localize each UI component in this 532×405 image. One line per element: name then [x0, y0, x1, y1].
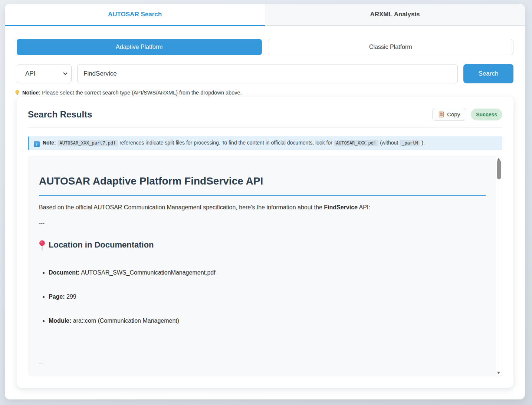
- tab-arxml-analysis[interactable]: ARXML Analysis: [265, 4, 525, 26]
- documentation-list: Document: AUTOSAR_SWS_CommunicationManag…: [39, 268, 486, 325]
- classic-platform-button[interactable]: Classic Platform: [268, 39, 514, 55]
- list-item-module: Module: ara::com (Communication Manageme…: [49, 316, 486, 325]
- chevron-down-icon: [63, 72, 68, 75]
- list-item-document: Document: AUTOSAR_SWS_CommunicationManag…: [49, 268, 486, 277]
- copy-button[interactable]: Copy: [432, 108, 466, 121]
- pushpin-icon: [39, 240, 45, 250]
- search-type-select[interactable]: API: [17, 64, 72, 83]
- clipboard-icon: [439, 111, 444, 117]
- list-item-page: Page: 299: [49, 292, 486, 301]
- status-badge: Success: [471, 109, 502, 120]
- section-heading: Location in Documentation: [39, 240, 486, 250]
- info-icon: i: [34, 141, 40, 147]
- tab-bar: AUTOSAR Search ARXML Analysis: [5, 4, 525, 26]
- result-intro: Based on the official AUTOSAR Communicat…: [39, 202, 486, 213]
- search-type-value: API: [25, 70, 35, 77]
- search-input[interactable]: [77, 64, 458, 83]
- result-heading: AUTOSAR Adaptive Platform FindService AP…: [39, 175, 486, 196]
- lightbulb-icon: [14, 90, 20, 96]
- scrollbar-thumb[interactable]: [497, 160, 501, 179]
- main-container: AUTOSAR Search ARXML Analysis Adaptive P…: [5, 4, 525, 399]
- divider: [28, 127, 502, 127]
- tab-autosar-search[interactable]: AUTOSAR Search: [5, 4, 265, 26]
- divider-text: ---: [39, 220, 486, 226]
- scroll-down-arrow[interactable]: [497, 372, 500, 374]
- divider-text-2: ---: [39, 359, 486, 366]
- search-button[interactable]: Search: [463, 64, 513, 83]
- scrollbar[interactable]: [496, 156, 502, 376]
- notice-text: Notice: Please select the correct search…: [22, 90, 242, 96]
- adaptive-platform-button[interactable]: Adaptive Platform: [17, 39, 262, 55]
- note-banner: i Note: AUTOSAR_XXX_part7.pdf references…: [28, 136, 502, 150]
- search-results-card: Search Results Copy Success i: [17, 97, 513, 388]
- result-content-area[interactable]: AUTOSAR Adaptive Platform FindService AP…: [28, 156, 502, 376]
- notice-row: Notice: Please select the correct search…: [14, 90, 513, 96]
- results-title: Search Results: [28, 109, 92, 120]
